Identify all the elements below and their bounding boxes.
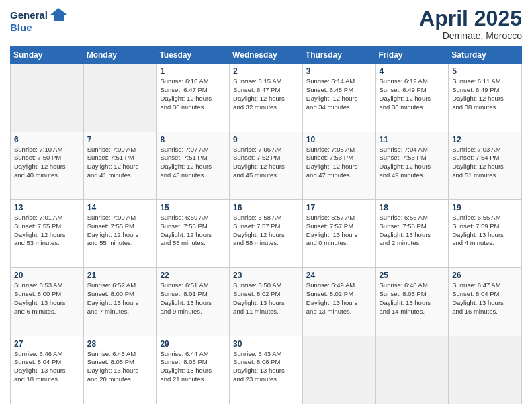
day-info: Sunrise: 6:46 AMSunset: 8:04 PMDaylight:… bbox=[14, 350, 80, 384]
day-info: Sunrise: 7:01 AMSunset: 7:55 PMDaylight:… bbox=[14, 214, 80, 248]
calendar-cell: 14Sunrise: 7:00 AMSunset: 7:55 PMDayligh… bbox=[83, 199, 157, 267]
day-info: Sunrise: 6:12 AMSunset: 6:49 PMDaylight:… bbox=[380, 77, 445, 111]
day-info: Sunrise: 6:53 AMSunset: 8:00 PMDaylight:… bbox=[14, 281, 80, 316]
calendar-cell: 15Sunrise: 6:59 AMSunset: 7:56 PMDayligh… bbox=[157, 199, 230, 267]
calendar-cell: 12Sunrise: 7:03 AMSunset: 7:54 PMDayligh… bbox=[449, 132, 522, 199]
day-info: Sunrise: 6:57 AMSunset: 7:57 PMDaylight:… bbox=[306, 214, 372, 248]
calendar-cell: 24Sunrise: 6:49 AMSunset: 8:02 PMDayligh… bbox=[302, 268, 375, 336]
day-info: Sunrise: 6:56 AMSunset: 7:58 PMDaylight:… bbox=[380, 214, 445, 248]
day-info: Sunrise: 6:58 AMSunset: 7:57 PMDaylight:… bbox=[233, 214, 299, 248]
day-number: 7 bbox=[87, 135, 153, 144]
weekday-header: Thursday bbox=[302, 47, 375, 64]
day-number: 6 bbox=[14, 135, 80, 144]
calendar-cell: 19Sunrise: 6:55 AMSunset: 7:59 PMDayligh… bbox=[449, 199, 522, 267]
day-info: Sunrise: 6:14 AMSunset: 6:48 PMDaylight:… bbox=[306, 77, 372, 111]
day-number: 19 bbox=[452, 203, 518, 212]
day-info: Sunrise: 6:45 AMSunset: 8:05 PMDaylight:… bbox=[87, 350, 153, 384]
weekday-header: Saturday bbox=[449, 47, 522, 64]
day-number: 21 bbox=[87, 271, 153, 280]
day-number: 1 bbox=[160, 66, 226, 76]
day-number: 28 bbox=[87, 339, 153, 349]
logo: General Blue bbox=[10, 7, 71, 35]
calendar-cell: 8Sunrise: 7:07 AMSunset: 7:51 PMDaylight… bbox=[157, 132, 230, 199]
calendar-cell bbox=[375, 336, 449, 404]
weekday-header: Friday bbox=[375, 47, 449, 64]
day-number: 8 bbox=[160, 135, 226, 144]
calendar-cell: 9Sunrise: 7:06 AMSunset: 7:52 PMDaylight… bbox=[230, 132, 303, 199]
calendar-cell: 23Sunrise: 6:50 AMSunset: 8:02 PMDayligh… bbox=[230, 268, 303, 336]
day-info: Sunrise: 7:04 AMSunset: 7:53 PMDaylight:… bbox=[380, 146, 445, 180]
month-title: April 2025 bbox=[419, 7, 522, 30]
svg-text:General: General bbox=[10, 9, 48, 21]
calendar-cell: 18Sunrise: 6:56 AMSunset: 7:58 PMDayligh… bbox=[375, 199, 449, 267]
day-number: 26 bbox=[452, 271, 518, 280]
day-number: 18 bbox=[380, 203, 445, 212]
calendar-cell: 27Sunrise: 6:46 AMSunset: 8:04 PMDayligh… bbox=[11, 336, 84, 404]
day-number: 11 bbox=[380, 135, 445, 144]
day-number: 22 bbox=[160, 271, 226, 280]
weekday-header-row: SundayMondayTuesdayWednesdayThursdayFrid… bbox=[11, 47, 522, 64]
page: General Blue April 2025 Demnate, Morocco… bbox=[0, 0, 532, 411]
calendar-cell: 25Sunrise: 6:48 AMSunset: 8:03 PMDayligh… bbox=[375, 268, 449, 336]
calendar-cell: 3Sunrise: 6:14 AMSunset: 6:48 PMDaylight… bbox=[302, 64, 375, 132]
day-info: Sunrise: 6:55 AMSunset: 7:59 PMDaylight:… bbox=[452, 214, 518, 248]
calendar-cell: 22Sunrise: 6:51 AMSunset: 8:01 PMDayligh… bbox=[157, 268, 230, 336]
calendar-cell: 1Sunrise: 6:16 AMSunset: 6:47 PMDaylight… bbox=[157, 64, 230, 132]
calendar-cell: 5Sunrise: 6:11 AMSunset: 6:49 PMDaylight… bbox=[449, 64, 522, 132]
day-number: 29 bbox=[160, 339, 226, 349]
day-number: 24 bbox=[306, 271, 372, 280]
weekday-header: Tuesday bbox=[157, 47, 230, 64]
day-info: Sunrise: 6:48 AMSunset: 8:03 PMDaylight:… bbox=[380, 281, 445, 316]
day-number: 9 bbox=[233, 135, 299, 144]
calendar-cell: 29Sunrise: 6:44 AMSunset: 8:06 PMDayligh… bbox=[157, 336, 230, 404]
header: General Blue April 2025 Demnate, Morocco bbox=[10, 7, 522, 41]
day-number: 27 bbox=[14, 339, 80, 349]
calendar-cell: 17Sunrise: 6:57 AMSunset: 7:57 PMDayligh… bbox=[302, 199, 375, 267]
day-info: Sunrise: 7:00 AMSunset: 7:55 PMDaylight:… bbox=[87, 214, 153, 248]
calendar-cell bbox=[11, 64, 84, 132]
svg-text:Blue: Blue bbox=[10, 21, 32, 33]
day-info: Sunrise: 7:03 AMSunset: 7:54 PMDaylight:… bbox=[452, 146, 518, 180]
title-area: April 2025 Demnate, Morocco bbox=[419, 7, 522, 41]
day-info: Sunrise: 6:43 AMSunset: 8:06 PMDaylight:… bbox=[233, 350, 299, 384]
calendar-cell: 26Sunrise: 6:47 AMSunset: 8:04 PMDayligh… bbox=[449, 268, 522, 336]
calendar-cell: 6Sunrise: 7:10 AMSunset: 7:50 PMDaylight… bbox=[11, 132, 84, 199]
day-info: Sunrise: 6:11 AMSunset: 6:49 PMDaylight:… bbox=[452, 77, 518, 111]
calendar-cell bbox=[302, 336, 375, 404]
weekday-header: Sunday bbox=[11, 47, 84, 64]
day-number: 13 bbox=[14, 203, 80, 212]
day-info: Sunrise: 6:52 AMSunset: 8:00 PMDaylight:… bbox=[87, 281, 153, 316]
calendar-cell: 7Sunrise: 7:09 AMSunset: 7:51 PMDaylight… bbox=[83, 132, 157, 199]
day-number: 23 bbox=[233, 271, 299, 280]
day-info: Sunrise: 6:49 AMSunset: 8:02 PMDaylight:… bbox=[306, 281, 372, 316]
day-number: 5 bbox=[452, 66, 518, 76]
calendar-week-row: 13Sunrise: 7:01 AMSunset: 7:55 PMDayligh… bbox=[11, 199, 522, 267]
day-number: 20 bbox=[14, 271, 80, 280]
calendar-cell: 16Sunrise: 6:58 AMSunset: 7:57 PMDayligh… bbox=[230, 199, 303, 267]
day-number: 17 bbox=[306, 203, 372, 212]
calendar-cell bbox=[83, 64, 157, 132]
calendar-week-row: 6Sunrise: 7:10 AMSunset: 7:50 PMDaylight… bbox=[11, 132, 522, 199]
day-number: 12 bbox=[452, 135, 518, 144]
day-info: Sunrise: 6:15 AMSunset: 6:47 PMDaylight:… bbox=[233, 77, 299, 111]
svg-marker-2 bbox=[50, 8, 67, 21]
weekday-header: Wednesday bbox=[230, 47, 303, 64]
calendar-cell: 21Sunrise: 6:52 AMSunset: 8:00 PMDayligh… bbox=[83, 268, 157, 336]
calendar-week-row: 1Sunrise: 6:16 AMSunset: 6:47 PMDaylight… bbox=[11, 64, 522, 132]
day-info: Sunrise: 6:44 AMSunset: 8:06 PMDaylight:… bbox=[160, 350, 226, 384]
weekday-header: Monday bbox=[83, 47, 157, 64]
day-info: Sunrise: 7:09 AMSunset: 7:51 PMDaylight:… bbox=[87, 146, 153, 180]
calendar-cell: 2Sunrise: 6:15 AMSunset: 6:47 PMDaylight… bbox=[230, 64, 303, 132]
calendar-cell: 13Sunrise: 7:01 AMSunset: 7:55 PMDayligh… bbox=[11, 199, 84, 267]
day-info: Sunrise: 7:10 AMSunset: 7:50 PMDaylight:… bbox=[14, 146, 80, 180]
subtitle: Demnate, Morocco bbox=[419, 30, 522, 41]
day-number: 16 bbox=[233, 203, 299, 212]
day-number: 10 bbox=[306, 135, 372, 144]
day-info: Sunrise: 6:47 AMSunset: 8:04 PMDaylight:… bbox=[452, 281, 518, 316]
day-info: Sunrise: 6:50 AMSunset: 8:02 PMDaylight:… bbox=[233, 281, 299, 316]
logo-svg: General Blue bbox=[10, 7, 71, 35]
calendar-cell: 11Sunrise: 7:04 AMSunset: 7:53 PMDayligh… bbox=[375, 132, 449, 199]
day-info: Sunrise: 7:05 AMSunset: 7:53 PMDaylight:… bbox=[306, 146, 372, 180]
day-number: 15 bbox=[160, 203, 226, 212]
calendar-week-row: 27Sunrise: 6:46 AMSunset: 8:04 PMDayligh… bbox=[11, 336, 522, 404]
